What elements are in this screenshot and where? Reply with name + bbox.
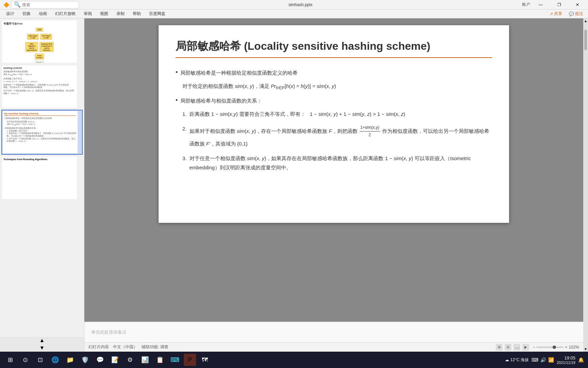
view-normal[interactable]: ⊞	[496, 344, 503, 351]
taskbar-left: ⊞ ⊙ ⊡ 🌐 📁 🛡️ 💬 📝 ⚙ 📊 📋 ⌨ P 🗺	[4, 354, 211, 366]
bullet-item-2: • 局部敏感哈希与相似度函数的关系：	[176, 96, 492, 105]
tree-node-estimate: Estimate 2016to determine nand itsblocks…	[39, 42, 54, 52]
keyboard-icon[interactable]: ⌨	[532, 357, 538, 363]
menu-transition[interactable]: 切换	[19, 10, 34, 17]
weather-icon: ☁	[505, 357, 509, 362]
task-view[interactable]: ⊡	[34, 354, 46, 366]
wechat-icon[interactable]: 💬	[94, 354, 106, 366]
title-search-bar[interactable]: 🔍	[11, 1, 79, 9]
right-scrollbar[interactable]: ▲ ▼	[583, 18, 588, 352]
slide1-title: 专题学习会Tree	[3, 22, 76, 26]
slide-editor: 局部敏感哈希 (Locality sensitive hashing schem…	[84, 18, 583, 342]
status-bar-right: ⊞ ⊟ 📖 ▶ − + 102%	[496, 344, 579, 351]
defender-icon[interactable]: 🛡️	[79, 354, 91, 366]
main-slide: 局部敏感哈希 (Locality sensitive hashing schem…	[159, 25, 509, 223]
edge-icon[interactable]: 🌐	[49, 354, 61, 366]
comment-icon: 💬	[569, 12, 574, 16]
powerpoint-taskbar[interactable]: P	[184, 354, 196, 366]
language-indicator: 中文（中国）	[113, 344, 137, 350]
slides-panel: 专题学习会Tree G6K LWE Attackin G6K SVP Attac…	[0, 18, 84, 352]
clock-time: 19:05	[557, 355, 575, 361]
clock-date: 2021/11/19	[557, 361, 575, 365]
slide-panel-scroll-up[interactable]: ▲	[0, 337, 84, 344]
slide-body: • 局部敏感哈希是一种根据给定相似度函数定义的哈希 对于给定的相似度函数 sim…	[176, 68, 492, 172]
notification-icon[interactable]: 🔔	[578, 357, 584, 363]
share-icon: ↗	[550, 12, 553, 16]
taskbar-clock[interactable]: 19:05 2021/11/19	[557, 355, 575, 365]
slide3-preview-content: • 局部敏感哈希是一种根据给定相似度函数定义的哈希 对于给定的相似度函数 sim…	[4, 117, 76, 143]
numbered-item-1: 1. 距离函数 1 − sim(x,y) 需要符合三角不等式，即有： 1 − s…	[182, 109, 492, 119]
sound-icon[interactable]: 🔊	[540, 357, 546, 363]
zoom-slider[interactable]	[536, 347, 564, 348]
view-slideshow[interactable]: ▶	[522, 344, 529, 351]
slide-editor-wrapper: 局部敏感哈希 (Locality sensitive hashing schem…	[84, 18, 583, 352]
network-icon[interactable]: 📶	[548, 357, 554, 363]
item2-num: 2.	[182, 124, 187, 133]
ribbon-menu: 设计 切换 动画 幻灯片放映 审阅 视图 录制 帮助 百度网盘 ↗ 共享 💬 批…	[0, 10, 588, 18]
slide-panel-scroll-down[interactable]: ▼	[0, 344, 84, 352]
tree-diagram: G6K LWE Attackin G6K SVP Attackin G6K BK…	[3, 27, 76, 63]
view-reading[interactable]: 📖	[513, 344, 520, 351]
file-explorer[interactable]: 📁	[64, 354, 76, 366]
slide-canvas-area[interactable]: 局部敏感哈希 (Locality sensitive hashing schem…	[84, 18, 583, 322]
title-bar: 🔶 🔍 simhash.pptx 账户 — ❐ ✕	[0, 0, 588, 10]
menu-review[interactable]: 审阅	[80, 10, 95, 17]
tree-node-bdgl: BDGL	[35, 61, 44, 63]
search-input[interactable]	[22, 2, 76, 7]
menu-record[interactable]: 录制	[113, 10, 128, 17]
slide-thumb-1[interactable]: 专题学习会Tree G6K LWE Attackin G6K SVP Attac…	[1, 20, 83, 63]
menu-view[interactable]: 视图	[97, 10, 112, 17]
bullet-text-2: 局部敏感哈希与相似度函数的关系：	[180, 96, 262, 105]
scroll-thumb[interactable]	[584, 30, 587, 50]
item1-num: 1.	[182, 109, 187, 119]
start-button[interactable]: ⊞	[4, 354, 16, 366]
slide2-preview-text: hashing scheme	[3, 67, 76, 69]
settings-icon[interactable]: ⚙	[124, 354, 136, 366]
app10[interactable]: 🗺	[199, 354, 211, 366]
tree-node-lwe: LWE Attackin G6K	[27, 34, 39, 40]
menu-help[interactable]: 帮助	[129, 10, 144, 17]
zoom-control: − + 102%	[533, 345, 579, 350]
close-button[interactable]: ✕	[570, 0, 585, 10]
menu-slideshow[interactable]: 幻灯片放映	[52, 10, 79, 17]
slide-thumb-3[interactable]: lity sensitive hashing scheme) • 局部敏感哈希是…	[1, 110, 83, 155]
comment-button[interactable]: 💬 批注	[567, 10, 585, 17]
app7[interactable]: 📊	[139, 354, 151, 366]
formula1-cont: [h(x) = h(y)] = sim(x, y)	[285, 83, 336, 89]
slide-thumb-1-inner: 专题学习会Tree G6K LWE Attackin G6K SVP Attac…	[2, 20, 77, 63]
slide-thumb-3-inner: lity sensitive hashing scheme) • 局部敏感哈希是…	[3, 111, 78, 153]
formula1-text: 对于给定的相似度函数 sim(x, y)，满足 Pr	[182, 83, 276, 89]
share-button[interactable]: ↗ 共享	[548, 10, 564, 17]
menu-baidu[interactable]: 百度网盘	[146, 10, 169, 17]
taskbar: ⊞ ⊙ ⊡ 🌐 📁 🛡️ 💬 📝 ⚙ 📊 📋 ⌨ P 🗺 ☁ 12°C 海拔 ⌨…	[0, 352, 588, 368]
restore-button[interactable]: ❐	[551, 0, 567, 10]
slides-list[interactable]: 专题学习会Tree G6K LWE Attackin G6K SVP Attac…	[0, 18, 84, 337]
notes-area[interactable]: 单击此处添加备注	[84, 322, 583, 342]
slide-title: 局部敏感哈希 (Locality sensitive hashing schem…	[176, 39, 492, 58]
menu-design[interactable]: 设计	[3, 10, 18, 17]
view-sorter[interactable]: ⊟	[505, 344, 511, 351]
item3-num: 3.	[182, 154, 187, 163]
app8[interactable]: 📋	[154, 354, 166, 366]
tree-node-svp: SVP Attackin G6K	[40, 34, 52, 40]
main-area: 专题学习会Tree G6K LWE Attackin G6K SVP Attac…	[0, 18, 588, 352]
notepad-icon[interactable]: 📝	[109, 354, 121, 366]
numbered-item-2: 2. 如果对于相似度函数 sim(x, y)，存在一个局部敏感哈希函数族 F，则…	[182, 124, 492, 148]
item3-text: 对于任意一个相似度函数 sim(x, y)，如果其存在在局部敏感哈希函数族，那么…	[190, 154, 492, 172]
slide-thumb-4[interactable]: Techniques from Rounding Algorithms	[1, 156, 83, 200]
search-taskbar[interactable]: ⊙	[19, 354, 31, 366]
bullet-dot-2: •	[176, 96, 178, 105]
menu-animation[interactable]: 动画	[35, 10, 50, 17]
slide-thumb-2[interactable]: hashing scheme 局部敏感哈希与相似度函数 满足 Prh∈F[h(x…	[1, 65, 83, 108]
tree-node-g6k: G6K	[36, 28, 43, 32]
terminal-icon[interactable]: ⌨	[169, 354, 181, 366]
title-bar-left: 🔶 🔍	[3, 1, 79, 9]
zoom-out-icon[interactable]: −	[533, 345, 535, 350]
slide3-preview-title: lity sensitive hashing scheme)	[4, 112, 76, 116]
scroll-up-arrow[interactable]: ▲	[584, 19, 587, 23]
formula-1: 对于给定的相似度函数 sim(x, y)，满足 Prh∈F[h(x) = h(y…	[182, 81, 492, 92]
scroll-down-arrow[interactable]: ▼	[584, 347, 587, 351]
zoom-in-icon[interactable]: +	[565, 345, 567, 350]
tree-node-bkz: BKZAlgorithmand itsimprovement	[25, 42, 38, 52]
minimize-button[interactable]: —	[533, 0, 549, 10]
